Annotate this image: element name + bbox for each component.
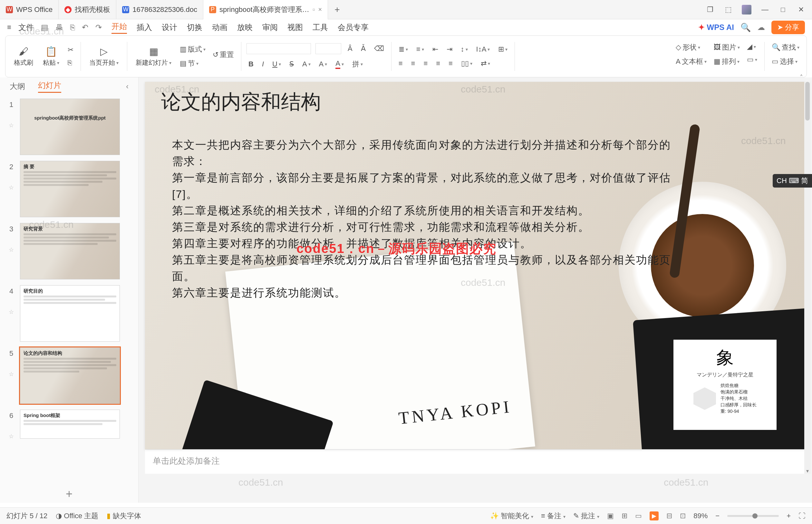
- thumbnail-4[interactable]: 研究目的: [20, 285, 120, 342]
- tab-templates[interactable]: ◆ 找稻壳模板: [59, 0, 116, 19]
- fit-to-window-icon[interactable]: ⛶: [798, 512, 806, 520]
- thumbnail-2[interactable]: 摘 要: [20, 161, 120, 217]
- format-brush-button[interactable]: 🖌 格式刷: [11, 46, 36, 67]
- menu-transition[interactable]: 切换: [187, 22, 202, 33]
- align-right-button[interactable]: ≡: [421, 59, 430, 68]
- outline-tab[interactable]: 大纲: [10, 81, 25, 92]
- paste-button[interactable]: 📋 粘贴▾: [40, 46, 63, 67]
- cut-button[interactable]: ✂: [66, 45, 76, 55]
- star-icon[interactable]: ☆: [9, 184, 14, 191]
- search-icon[interactable]: 🔍: [741, 22, 751, 33]
- menu-view[interactable]: 视图: [287, 22, 303, 33]
- open-icon[interactable]: ▤: [41, 23, 48, 32]
- smart-beautify-button[interactable]: ✨ 智能美化 ▾: [490, 511, 533, 521]
- align-justify-button[interactable]: ≡: [434, 59, 442, 68]
- menu-design[interactable]: 设计: [162, 22, 177, 33]
- save-icon[interactable]: 🖶: [55, 23, 63, 32]
- tab-menu-icon[interactable]: ▫: [313, 5, 315, 14]
- reading-view-icon[interactable]: ▭: [635, 512, 642, 520]
- thumbnail-5[interactable]: 论文的内容和结构: [20, 347, 120, 404]
- multiwindow-icon[interactable]: ❐: [706, 5, 715, 14]
- shape-button[interactable]: ◇ 形状▾: [674, 42, 709, 53]
- zoom-slider[interactable]: [727, 515, 779, 517]
- distribute-button[interactable]: ≡: [447, 59, 455, 68]
- wps-ai-button[interactable]: ✦ WPS AI: [698, 23, 734, 32]
- undo-icon[interactable]: ↶: [82, 23, 88, 32]
- font-family-select[interactable]: [247, 43, 311, 54]
- print-icon[interactable]: ⎘: [70, 23, 75, 32]
- indent-increase-button[interactable]: ⇥: [445, 45, 454, 54]
- star-icon[interactable]: ☆: [9, 433, 14, 440]
- star-icon[interactable]: ☆: [9, 246, 14, 253]
- tab-wps-home[interactable]: W WPS Office: [0, 0, 59, 19]
- normal-view-icon[interactable]: ▣: [607, 512, 614, 520]
- section-button[interactable]: ▤ 节▾: [178, 58, 208, 69]
- italic-button[interactable]: I: [260, 59, 266, 69]
- star-icon[interactable]: ☆: [9, 122, 14, 129]
- numbering-button[interactable]: ≡▾: [414, 45, 426, 54]
- font-size-select[interactable]: [315, 43, 341, 54]
- find-button[interactable]: 🔍 查找▾: [770, 42, 801, 53]
- clear-format-button[interactable]: ⌫: [372, 44, 386, 53]
- user-avatar[interactable]: [742, 5, 751, 15]
- highlight-button[interactable]: A▾: [317, 59, 329, 69]
- zoom-slider-thumb[interactable]: [752, 513, 758, 519]
- share-button[interactable]: ➤ 分享: [772, 21, 805, 34]
- zoom-out-button[interactable]: −: [715, 512, 719, 520]
- line-spacing-button[interactable]: ↕▾: [459, 45, 470, 54]
- convert-button[interactable]: ⇄▾: [479, 59, 492, 68]
- maximize-icon[interactable]: □: [778, 5, 788, 14]
- redo-icon[interactable]: ↷: [95, 23, 102, 32]
- zoom-value[interactable]: 89%: [693, 512, 708, 520]
- sorter-view-icon[interactable]: ⊞: [622, 512, 627, 520]
- textbox-button[interactable]: A 文本框▾: [674, 56, 709, 67]
- select-button[interactable]: ▭ 选择▾: [770, 56, 801, 67]
- strikethrough-button[interactable]: S̶: [287, 59, 296, 69]
- presenter-view-icon[interactable]: ⊟: [666, 512, 672, 520]
- image-button[interactable]: 🖼 图片▾: [712, 42, 742, 53]
- scrollbar-thumb[interactable]: [805, 82, 810, 120]
- notes-pane[interactable]: 单击此处添加备注: [145, 449, 806, 474]
- bullets-button[interactable]: ≣▾: [397, 45, 410, 54]
- menu-review[interactable]: 审阅: [262, 22, 278, 33]
- copy-button[interactable]: ⎘: [66, 58, 76, 68]
- slide-title[interactable]: 论文的内容和结构: [161, 88, 321, 115]
- scroll-down-icon[interactable]: ▾: [804, 468, 811, 474]
- menu-insert[interactable]: 插入: [137, 22, 152, 33]
- thumbnail-6[interactable]: Spring boot框架: [20, 410, 120, 439]
- font-color-button[interactable]: A▾: [333, 59, 346, 70]
- menu-start[interactable]: 开始: [112, 21, 127, 34]
- bold-button[interactable]: B: [247, 59, 255, 69]
- slideshow-view-icon[interactable]: ▶: [650, 511, 659, 521]
- arrange-button[interactable]: ▦ 排列▾: [712, 56, 742, 67]
- add-slide-button[interactable]: +: [0, 485, 138, 503]
- text-effects-button[interactable]: A▾: [300, 59, 313, 69]
- comments-toggle[interactable]: ✎ 批注 ▾: [573, 511, 599, 521]
- tab-doc[interactable]: W 1678632825306.doc: [116, 0, 203, 19]
- cube-icon[interactable]: ⬚: [724, 5, 733, 14]
- close-window-icon[interactable]: ✕: [797, 5, 806, 14]
- thumbnail-3[interactable]: 研究背景: [20, 223, 120, 279]
- slides-tab[interactable]: 幻灯片: [38, 80, 61, 93]
- format-button[interactable]: ⊞▾: [496, 45, 510, 54]
- slide-canvas[interactable]: TNYA KOPI 象 マンデリン／曼特宁之星 烘焙焦糖饱满的果石榴干净纯、木桔…: [145, 82, 806, 449]
- align-left-button[interactable]: ≡: [397, 59, 405, 68]
- menu-slideshow[interactable]: 放映: [237, 22, 253, 33]
- align-center-button[interactable]: ≡: [409, 59, 417, 68]
- new-slide-button[interactable]: ▦ 新建幻灯片▾: [132, 46, 175, 67]
- columns-button[interactable]: ▯▯▾: [459, 59, 474, 68]
- ime-indicator[interactable]: CH ⌨ 简: [773, 174, 812, 187]
- decrease-font-button[interactable]: Ǎ: [359, 44, 368, 53]
- file-menu[interactable]: 文件: [18, 22, 34, 33]
- text-direction-button[interactable]: I↕A▾: [474, 45, 492, 54]
- collapse-panel-icon[interactable]: ‹: [126, 82, 129, 91]
- reset-button[interactable]: ↺ 重置: [211, 49, 236, 60]
- cloud-upload-icon[interactable]: ☁: [757, 23, 765, 32]
- thumbnail-1[interactable]: springboot高校师资管理系统ppt: [20, 99, 120, 155]
- notes-toggle[interactable]: ≡ 备注 ▾: [541, 511, 565, 521]
- vertical-scrollbar[interactable]: ▴ ▾: [804, 82, 811, 474]
- grid-view-icon[interactable]: ⊡: [680, 512, 686, 520]
- outline-button[interactable]: ▭▾: [745, 55, 759, 64]
- layout-button[interactable]: ▥ 版式▾: [178, 44, 208, 55]
- tab-presentation[interactable]: P springboot高校师资管理系… ▫ ×: [203, 0, 328, 19]
